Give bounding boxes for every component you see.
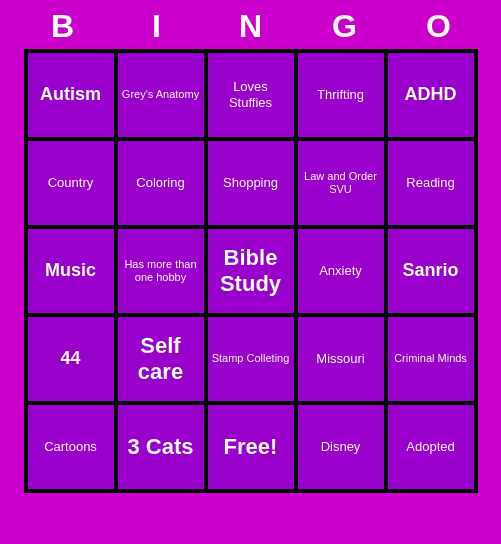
cell-r0-c4: ADHD [386,51,476,139]
cell-r0-c0: Autism [26,51,116,139]
letter-b: B [20,8,106,45]
bingo-header: B I N G O [16,8,486,45]
cell-r1-c4: Reading [386,139,476,227]
cell-r2-c2: Bible Study [206,227,296,315]
cell-r1-c0: Country [26,139,116,227]
cell-r3-c3: Missouri [296,315,386,403]
cell-r2-c4: Sanrio [386,227,476,315]
cell-r3-c0: 44 [26,315,116,403]
cell-r2-c1: Has more than one hobby [116,227,206,315]
cell-r4-c2: Free! [206,403,296,491]
letter-i: I [114,8,200,45]
cell-r0-c3: Thrifting [296,51,386,139]
cell-r2-c3: Anxiety [296,227,386,315]
bingo-grid: AutismGrey's AnatomyLoves StuffiesThrift… [24,49,478,493]
cell-r4-c1: 3 Cats [116,403,206,491]
cell-r3-c2: Stamp Colleting [206,315,296,403]
cell-r0-c1: Grey's Anatomy [116,51,206,139]
cell-r3-c1: Self care [116,315,206,403]
cell-r4-c4: Adopted [386,403,476,491]
letter-g: G [302,8,388,45]
cell-r4-c0: Cartoons [26,403,116,491]
cell-r1-c1: Coloring [116,139,206,227]
cell-r2-c0: Music [26,227,116,315]
cell-r4-c3: Disney [296,403,386,491]
cell-r0-c2: Loves Stuffies [206,51,296,139]
cell-r3-c4: Criminal Minds [386,315,476,403]
cell-r1-c3: Law and Order SVU [296,139,386,227]
letter-o: O [396,8,482,45]
letter-n: N [208,8,294,45]
cell-r1-c2: Shopping [206,139,296,227]
